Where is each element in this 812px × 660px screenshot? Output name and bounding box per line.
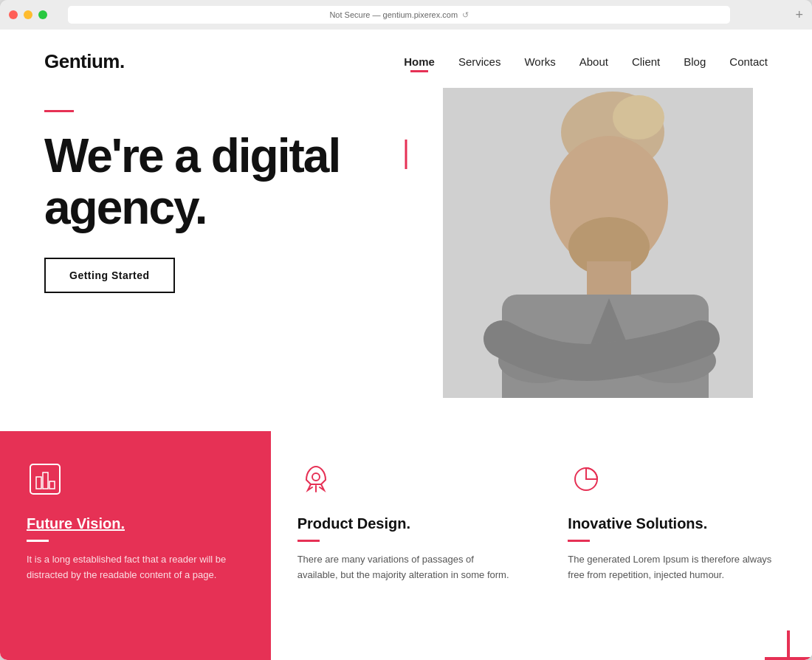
site-logo[interactable]: Gentium. — [44, 50, 125, 73]
corner-accent — [768, 616, 812, 660]
svg-rect-5 — [587, 261, 631, 298]
svg-point-14 — [312, 473, 320, 481]
person-illustration — [443, 88, 753, 398]
svg-rect-13 — [49, 481, 55, 489]
nav-item-client[interactable]: Client — [632, 55, 660, 69]
svg-rect-11 — [36, 477, 41, 489]
nav-item-contact[interactable]: Contact — [729, 55, 768, 69]
hero-title: We're a digital agency. — [44, 130, 340, 234]
corner-vertical-line — [787, 630, 790, 660]
browser-content: Gentium. Home Services Works About Clien… — [0, 30, 812, 660]
card-innovative-solutions-title: Inovative Solutions. — [568, 515, 785, 532]
nav-item-home[interactable]: Home — [404, 55, 435, 69]
reload-icon[interactable]: ↺ — [462, 10, 469, 20]
nav-link-client[interactable]: Client — [632, 55, 660, 68]
pie-chart-icon — [568, 461, 605, 498]
card-future-vision-underline — [27, 540, 49, 542]
nav-item-about[interactable]: About — [579, 55, 608, 69]
rocket-icon — [297, 461, 334, 498]
getting-started-button[interactable]: Getting Started — [44, 258, 175, 293]
nav-item-services[interactable]: Services — [458, 55, 501, 69]
center-accent-line — [405, 140, 407, 169]
card-future-vision-text: It is a long established fact that a rea… — [27, 552, 244, 583]
card-innovative-solutions: Inovative Solutions. The generated Lorem… — [541, 431, 812, 660]
hero-title-line2: agency. — [44, 181, 207, 234]
maximize-button[interactable] — [38, 10, 47, 19]
hero-person-image — [443, 88, 753, 398]
corner-horizontal-line — [765, 657, 812, 660]
card-product-design: Product Design. There are many variation… — [271, 431, 542, 660]
nav-link-works[interactable]: Works — [524, 55, 555, 68]
card-innovative-solutions-text: The generated Lorem Ipsum is therefore a… — [568, 552, 785, 583]
nav-link-about[interactable]: About — [579, 55, 608, 68]
card-future-vision-title: Future Vision. — [27, 515, 244, 532]
address-bar[interactable]: Not Secure — gentium.pixerex.com ↺ — [68, 6, 730, 24]
svg-rect-10 — [30, 464, 60, 494]
minimize-button[interactable] — [24, 10, 32, 19]
browser-titlebar: Not Secure — gentium.pixerex.com ↺ + — [0, 0, 812, 30]
nav-link-blog[interactable]: Blog — [684, 55, 706, 68]
nav-link-contact[interactable]: Contact — [729, 55, 768, 68]
navbar: Gentium. Home Services Works About Clien… — [0, 30, 812, 88]
card-product-design-title: Product Design. — [297, 515, 515, 532]
bar-chart-icon — [27, 461, 63, 498]
card-product-design-underline — [297, 540, 320, 542]
hero-title-line1: We're a digital — [44, 129, 340, 182]
card-innovative-solutions-underline — [568, 540, 590, 542]
nav-link-home[interactable]: Home — [404, 55, 435, 68]
svg-rect-12 — [43, 472, 48, 489]
hero-section: We're a digital agency. Getting Started — [0, 88, 812, 398]
nav-item-blog[interactable]: Blog — [684, 55, 706, 69]
svg-point-2 — [613, 95, 664, 140]
nav-links: Home Services Works About Client Blog Co… — [404, 55, 768, 69]
card-future-vision: Future Vision. It is a long established … — [0, 431, 271, 660]
card-product-design-text: There are many variations of passages of… — [297, 552, 515, 583]
url-text: Not Secure — gentium.pixerex.com — [329, 10, 458, 19]
browser-window: Not Secure — gentium.pixerex.com ↺ + Gen… — [0, 0, 812, 660]
nav-link-services[interactable]: Services — [458, 55, 501, 68]
hero-content: We're a digital agency. Getting Started — [44, 110, 340, 293]
close-button[interactable] — [9, 10, 18, 19]
nav-item-works[interactable]: Works — [524, 55, 555, 69]
website: Gentium. Home Services Works About Clien… — [0, 30, 812, 660]
hero-accent-line — [44, 110, 74, 112]
new-tab-button[interactable]: + — [795, 7, 803, 23]
cards-section: Future Vision. It is a long established … — [0, 431, 812, 660]
